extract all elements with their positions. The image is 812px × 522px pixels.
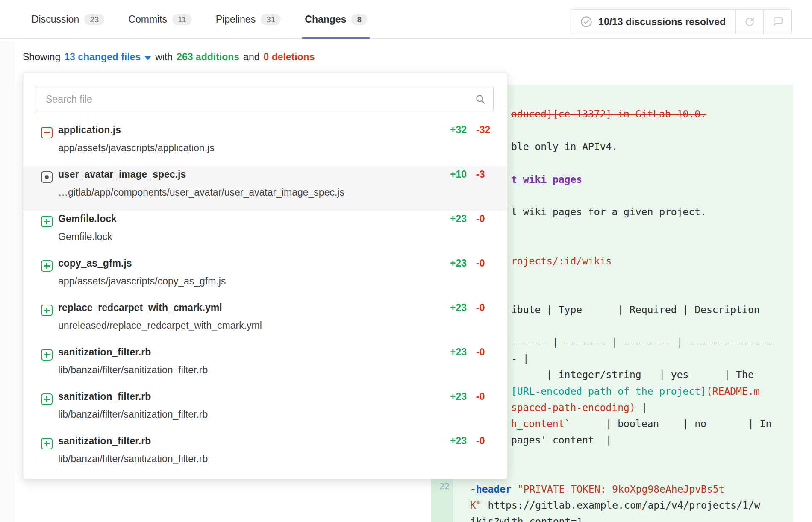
tab-count-badge: 23 (84, 14, 104, 25)
file-path: lib/banzai/filter/sanitization_filter.rb (58, 453, 208, 465)
code-line: -header "PRIVATE-TOKEN: 9koXpg98eAheJpvB… (470, 481, 724, 497)
file-name: replace_redcarpet_with_cmark.yml (58, 302, 222, 314)
showing-text: Showing (23, 51, 60, 63)
additions-count: 263 additions (177, 51, 239, 63)
file-row[interactable]: user_avatar_image_spec.js …gitlab/app/co… (23, 166, 507, 211)
file-status-icon (41, 438, 53, 449)
search-wrap (37, 86, 494, 112)
resolve-all-discussions-button[interactable] (736, 9, 764, 34)
file-additions: +23 (428, 391, 467, 402)
file-additions: +23 (428, 435, 467, 447)
file-name: sanitization_filter.rb (58, 346, 151, 358)
tab-changes[interactable]: Changes 8 (305, 0, 367, 38)
code-line: | integer/string | yes | The (511, 367, 754, 383)
tab-pipelines[interactable]: Pipelines 31 (216, 0, 281, 38)
code-line: ------ | ------- | -------- | ----------… (511, 334, 771, 350)
comment-icon (772, 16, 783, 27)
file-additions: +32 (428, 124, 467, 136)
file-additions: +10 (428, 169, 467, 180)
discussions-toolbar: 10/13 discussions resolved (571, 9, 792, 34)
check-circle-icon (580, 16, 592, 28)
tab-count-badge: 31 (261, 14, 281, 25)
file-row[interactable]: sanitization_filter.rb lib/banzai/filter… (23, 433, 507, 477)
search-icon (475, 94, 486, 105)
file-list: application.js app/assets/javascripts/ap… (23, 122, 507, 477)
tab-label: Pipelines (216, 14, 256, 25)
file-name: user_avatar_image_spec.js (58, 169, 186, 180)
file-path: lib/banzai/filter/sanitization_filter.rb (58, 409, 208, 420)
tab-label: Changes (305, 14, 346, 25)
file-additions: +23 (428, 346, 467, 358)
mr-tabs-bar: Discussion 23 Commits 11 Pipelines 31 Ch… (0, 0, 812, 39)
file-deletions: -0 (476, 258, 485, 269)
file-additions: +23 (428, 302, 467, 314)
file-status-icon (41, 305, 53, 316)
code-line: oduced][ce-13372] in GitLab 10.0. (511, 106, 706, 122)
file-additions: +23 (428, 213, 467, 225)
changed-files-count: 13 changed files (64, 51, 141, 63)
file-row[interactable]: replace_redcarpet_with_cmark.yml unrelea… (23, 299, 507, 344)
file-deletions: -0 (476, 391, 485, 402)
file-row[interactable]: copy_as_gfm.js app/assets/javascripts/co… (23, 255, 507, 299)
code-line: spaced-path-encoding) | (511, 399, 647, 416)
discussions-resolved-text: 10/13 discussions resolved (598, 16, 726, 28)
code-line: ikis?with_content=1 (470, 513, 583, 522)
file-path: unreleased/replace_redcarpet_with_cmark.… (58, 320, 262, 331)
code-line: l wiki pages for a given project. (511, 204, 706, 220)
changes-summary: Showing 13 changed files with 263 additi… (23, 51, 315, 63)
file-deletions: -0 (476, 213, 485, 225)
search-file-input[interactable] (37, 86, 494, 112)
tab-count-badge: 8 (351, 14, 367, 25)
file-deletions: -32 (476, 124, 490, 136)
code-line: t wiki pages (511, 171, 582, 188)
file-path: app/assets/javascripts/copy_as_gfm.js (58, 276, 226, 287)
file-status-icon (41, 127, 53, 138)
and-text: and (243, 51, 259, 63)
file-deletions: -3 (476, 169, 485, 180)
file-name: copy_as_gfm.js (58, 258, 132, 269)
with-text: with (155, 51, 173, 63)
discussions-resolved-status: 10/13 discussions resolved (571, 9, 736, 34)
file-name: sanitization_filter.rb (58, 435, 151, 447)
tab-label: Discussion (32, 14, 79, 25)
deletions-count: 0 deletions (263, 51, 315, 63)
code-line: rojects/:id/wikis (511, 253, 612, 269)
jump-to-next-discussion-button[interactable] (764, 9, 792, 34)
file-name: Gemfile.lock (58, 213, 117, 225)
code-line: h_content` | boolean | no | In (511, 416, 771, 432)
caret-down-icon (144, 56, 151, 60)
file-row[interactable]: sanitization_filter.rb lib/banzai/filter… (23, 388, 507, 433)
file-path: app/assets/javascripts/application.js (58, 142, 215, 154)
file-row[interactable]: Gemfile.lock Gemfile.lock +23 -0 (23, 211, 507, 255)
code-line: - | (511, 350, 529, 367)
page-gutter (0, 15, 15, 522)
code-line: pages' content | (511, 432, 612, 448)
tab-count-badge: 11 (172, 14, 192, 25)
file-search-dropdown: application.js app/assets/javascripts/ap… (23, 73, 508, 479)
file-status-icon (41, 171, 53, 183)
merge-request-changes-page: 22 oduced][ce-13372] in GitLab 10.0.ble … (0, 0, 812, 522)
file-additions: +23 (428, 258, 467, 269)
mr-tabs: Discussion 23 Commits 11 Pipelines 31 Ch… (32, 0, 367, 38)
file-path: …gitlab/app/components/user_avatar/user_… (58, 187, 344, 198)
code-line: ibute | Type | Required | Description (511, 302, 760, 318)
file-name: sanitization_filter.rb (58, 391, 151, 402)
file-status-icon (41, 393, 53, 405)
changed-files-dropdown-toggle[interactable]: 13 changed files (64, 51, 151, 63)
code-line: [URL-encoded path of the project](README… (511, 383, 760, 399)
file-status-icon (41, 349, 53, 361)
file-row[interactable]: application.js app/assets/javascripts/ap… (23, 122, 507, 166)
file-name: application.js (58, 124, 121, 136)
file-deletions: -0 (476, 346, 485, 358)
file-path: lib/banzai/filter/sanitization_filter.rb (58, 364, 208, 376)
file-deletions: -0 (476, 435, 485, 447)
file-status-icon (41, 216, 53, 227)
file-status-icon (41, 260, 53, 272)
file-deletions: -0 (476, 302, 485, 314)
file-path: Gemfile.lock (58, 231, 112, 243)
tab-label: Commits (128, 14, 167, 25)
tab-commits[interactable]: Commits 11 (128, 0, 191, 38)
tab-discussion[interactable]: Discussion 23 (32, 0, 104, 38)
file-row[interactable]: sanitization_filter.rb lib/banzai/filter… (23, 344, 507, 388)
resolve-discussions-icon (744, 16, 755, 27)
